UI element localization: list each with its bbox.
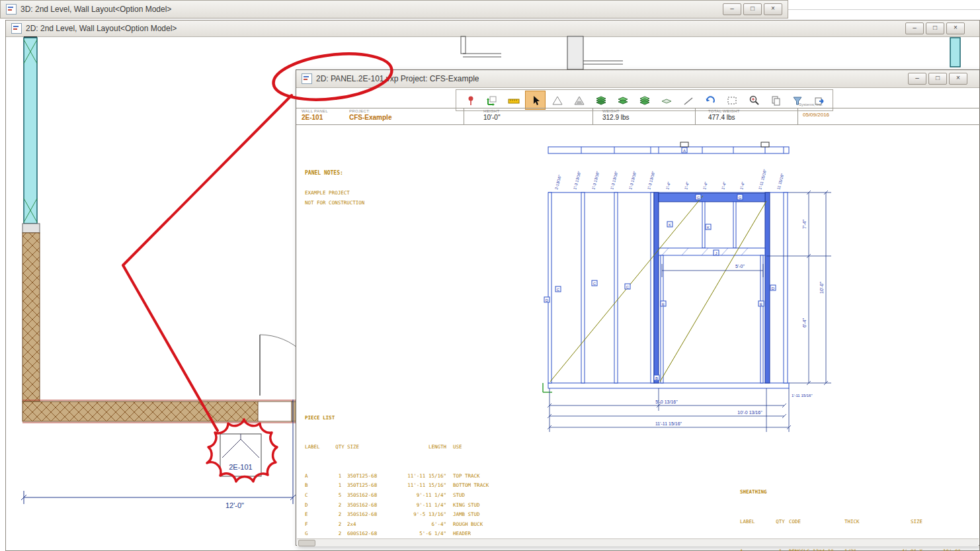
table-cell: E (305, 510, 333, 520)
svg-text:1'-4": 1'-4" (721, 181, 727, 190)
table-cell: 9'-5 13/16" (395, 510, 453, 520)
svg-text:D: D (772, 286, 775, 290)
svg-text:1'-3 13/16": 1'-3 13/16" (591, 171, 600, 190)
table-cell: A (740, 546, 772, 551)
table-cell: THICK (844, 517, 871, 527)
minimize-button[interactable]: – (908, 73, 926, 85)
table-cell: 2 (333, 510, 347, 520)
opening-dimension: 5'-0" (662, 264, 763, 277)
svg-text:1'-11 15/16": 1'-11 15/16" (758, 169, 767, 190)
svg-text:10'-0 13/16": 10'-0 13/16" (737, 410, 762, 415)
table-cell: 350S162-68 (347, 491, 395, 501)
scrollbar-thumb[interactable] (298, 540, 315, 546)
top-dimension-labels: 2-13/16" 1'-3 13/16" 1'-3 13/16" 1'-3 13… (554, 169, 784, 190)
table-cell (926, 517, 961, 527)
table-row: LABELQTYCODETHICKSIZE (740, 517, 961, 527)
table-cell: 4'-0" X (871, 546, 926, 551)
top-track (548, 142, 789, 153)
svg-text:5'-0": 5'-0" (735, 264, 745, 269)
table-row: A1350T125-6811'-11 15/16"TOP TRACK (305, 472, 514, 482)
table-cell: 5'-3" (395, 549, 453, 551)
svg-text:D: D (546, 298, 549, 302)
table-cell: F (305, 520, 333, 530)
table-cell: 11'-11 15/16" (395, 472, 453, 482)
table-cell: C (305, 491, 333, 501)
table-cell: 600S162-68 (347, 529, 395, 539)
table-row: C5350S162-689'-11 1/4"STUD (305, 491, 514, 501)
table-cell: A (305, 472, 333, 482)
table-cell: 1 (333, 549, 347, 551)
window-panel-icon (302, 73, 312, 84)
panel-notes-line2: NOT FOR CONSTRUCTION (305, 200, 364, 206)
svg-text:K: K (707, 226, 710, 230)
panel-notes-line1: EXAMPLE PROJECT (305, 190, 350, 196)
svg-text:1'-3 13/16": 1'-3 13/16" (573, 171, 581, 190)
maximize-button[interactable]: □ (743, 3, 762, 15)
table-cell: 2x4 (347, 520, 395, 530)
svg-text:11 15/16": 11 15/16" (776, 173, 784, 191)
svg-text:A: A (683, 149, 686, 153)
window-3d-title: 3D: 2nd Level, Wall Layout<Option Model> (20, 5, 171, 14)
svg-text:2-13/16": 2-13/16" (554, 175, 562, 190)
table-cell: LABEL (305, 443, 333, 452)
minimize-button[interactable]: – (905, 22, 924, 34)
table-cell: USE (453, 443, 514, 452)
window-3d-layout[interactable]: 3D: 2nd Level, Wall Layout<Option Model>… (0, 0, 788, 19)
svg-text:K: K (669, 223, 671, 227)
table-cell: 1 (772, 546, 789, 551)
svg-text:1'-4": 1'-4" (684, 181, 690, 190)
table-cell: CODE (789, 517, 844, 527)
window-panel[interactable]: 2D: PANEL.2E-101.vxp Project: CFS-Exampl… (296, 69, 980, 546)
table-cell: HEADER (453, 529, 514, 539)
window-2d-icon (11, 23, 22, 34)
table-row: B1350T125-6811'-11 15/16"BOTTOM TRACK (305, 481, 514, 491)
table-row: A1DENSGLS_12@4x101/2"4'-0" X10'-0" (740, 546, 961, 551)
table-cell: G (305, 529, 333, 539)
table-cell: STUD (453, 491, 514, 501)
table-cell: 2 (333, 529, 347, 539)
svg-text:1'-11 15/16": 1'-11 15/16" (792, 394, 813, 398)
table-cell: 350S162-68 (347, 510, 395, 520)
svg-text:E: E (662, 302, 665, 306)
window-2d-titlebar[interactable]: 2D: 2nd Level, Wall Layout<Option Model>… (6, 21, 979, 36)
table-cell: SIZE (871, 517, 926, 527)
table-cell: 5'-6 1/4" (395, 529, 453, 539)
maximize-button[interactable]: □ (926, 22, 944, 34)
svg-text:J: J (715, 251, 717, 255)
panel-notes-title: PANEL NOTES: (305, 170, 343, 176)
table-row: F22x46'-4"ROUGH BUCK (305, 520, 514, 530)
background-window-edge (788, 9, 980, 10)
table-cell: 2 (333, 520, 347, 530)
svg-text:11'-11 15/16": 11'-11 15/16" (655, 421, 682, 426)
close-button[interactable]: × (946, 22, 965, 34)
table-cell: B (305, 481, 333, 491)
table-cell: KING STUD (453, 501, 514, 511)
table-row: I12x45'-3"ROUGH BUCK (305, 549, 514, 551)
table-cell: 10'-0" (926, 546, 961, 551)
svg-text:1'-3 13/16": 1'-3 13/16" (628, 171, 637, 190)
table-row: E2350S162-689'-5 13/16"JAMB STUD (305, 510, 514, 520)
close-button[interactable]: × (949, 73, 967, 85)
minimize-button[interactable]: – (723, 3, 741, 15)
table-cell: ROUGH BUCK (453, 520, 514, 530)
horizontal-scrollbar[interactable] (297, 538, 979, 546)
window-3d-icon (6, 4, 17, 15)
table-cell: 1 (333, 472, 347, 482)
table-row: D2350S162-689'-11 1/4"KING STUD (305, 501, 514, 511)
table-cell: 1/2" (844, 546, 871, 551)
maximize-button[interactable]: □ (928, 73, 947, 85)
table-cell: SIZE (347, 443, 395, 452)
window-panel-titlebar[interactable]: 2D: PANEL.2E-101.vxp Project: CFS-Exampl… (296, 70, 979, 87)
svg-text:C: C (557, 288, 560, 292)
svg-text:G: G (697, 196, 700, 200)
table-cell: 6'-4" (395, 520, 453, 530)
table-cell: DENSGLS_12@4x10 (789, 546, 844, 551)
window-3d-titlebar[interactable]: 3D: 2nd Level, Wall Layout<Option Model>… (1, 1, 788, 18)
bottom-dimensions: 5'-0 13/16" 10'-0 13/16" 11'-11 15/16" (548, 388, 791, 432)
table-cell: 11'-11 15/16" (395, 481, 453, 491)
table-cell: TOP TRACK (453, 472, 514, 482)
right-dimensions: 7'-4" 6'-4" 10'-0" 1'-11 15/16" (766, 191, 831, 398)
svg-text:C: C (626, 285, 630, 289)
close-button[interactable]: × (764, 3, 782, 15)
table-cell: BOTTOM TRACK (453, 481, 514, 491)
